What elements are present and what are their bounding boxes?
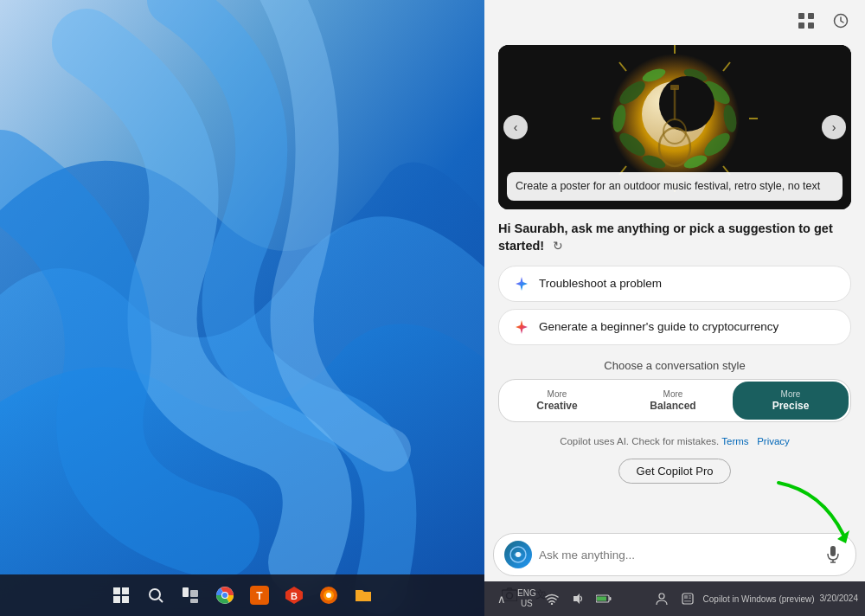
svg-rect-68	[689, 595, 691, 597]
battery-icon[interactable]	[593, 588, 614, 609]
tradingview-button[interactable]: T	[244, 580, 275, 611]
svg-rect-49	[670, 85, 679, 90]
svg-point-12	[222, 593, 227, 598]
apps-icon[interactable]	[792, 7, 820, 35]
copilot-windows-label: Copilot in Windows (preview)	[703, 594, 815, 604]
history-icon[interactable]	[827, 7, 855, 35]
svg-rect-1	[113, 587, 120, 594]
task-view-button[interactable]	[175, 580, 206, 611]
style-precise-button[interactable]: More Precise	[733, 382, 849, 420]
svg-rect-20	[798, 13, 804, 19]
svg-rect-69	[689, 598, 691, 600]
svg-rect-8	[190, 590, 198, 597]
carousel-prev-button[interactable]: ‹	[503, 115, 528, 139]
svg-rect-63	[609, 597, 611, 600]
get-copilot-pro-button[interactable]: Get Copilot Pro	[618, 459, 732, 484]
svg-line-27	[723, 62, 730, 71]
windows-desktop: T B	[0, 0, 484, 616]
svg-point-65	[659, 594, 664, 599]
spark-icon	[513, 275, 530, 292]
svg-rect-9	[190, 599, 198, 603]
people-icon[interactable]	[651, 588, 672, 609]
svg-text:T: T	[256, 590, 263, 602]
refresh-button[interactable]: ↻	[553, 238, 563, 255]
suggestion-crypto-button[interactable]: Generate a beginner's guide to cryptocur…	[498, 309, 851, 345]
svg-point-5	[150, 589, 160, 600]
style-creative-button[interactable]: More Creative	[499, 380, 615, 422]
svg-line-33	[619, 62, 626, 71]
sound-icon[interactable]	[567, 588, 588, 609]
datetime-display: 3/20/2024	[820, 593, 859, 605]
svg-marker-61	[573, 594, 580, 604]
chat-input[interactable]	[539, 549, 814, 561]
terms-link[interactable]: Terms	[721, 436, 748, 446]
svg-rect-21	[808, 13, 814, 19]
conversation-style-label: Choose a conversation style	[498, 359, 851, 372]
svg-point-52	[516, 552, 521, 557]
disclaimer-text: Copilot uses AI. Check for mistakes. Ter…	[498, 436, 851, 446]
svg-rect-3	[113, 596, 120, 603]
tray-right: Copilot in Windows (preview) 3/20/2024	[651, 588, 858, 609]
suggestion-troubleshoot-button[interactable]: Troubleshoot a problem	[498, 266, 851, 302]
brave-button[interactable]: B	[279, 580, 310, 611]
svg-text:B: B	[291, 591, 298, 601]
image-carousel: Create a poster for an outdoor music fes…	[498, 45, 851, 209]
copilot-avatar	[504, 541, 532, 568]
svg-rect-2	[122, 587, 129, 594]
carousel-next-button[interactable]: ›	[822, 115, 846, 139]
svg-rect-23	[808, 22, 814, 29]
chrome-button[interactable]	[209, 580, 240, 611]
copilot-header	[484, 0, 865, 42]
svg-rect-4	[122, 596, 129, 603]
system-tray: ∧ ENG US	[484, 581, 865, 616]
conversation-style-section: Choose a conversation style More Creativ…	[498, 359, 851, 423]
tray-chevron-button[interactable]: ∧	[491, 588, 512, 609]
svg-rect-53	[830, 546, 836, 556]
svg-rect-64	[597, 597, 606, 601]
taskbar: T B	[0, 574, 484, 616]
search-button[interactable]	[140, 580, 171, 611]
spark2-icon	[513, 318, 530, 336]
style-balanced-button[interactable]: More Balanced	[615, 380, 731, 422]
tray-left: ∧ ENG US	[491, 588, 614, 609]
privacy-link[interactable]: Privacy	[757, 436, 790, 446]
task-icon[interactable]	[677, 588, 698, 609]
copilot-panel: Create a poster for an outdoor music fes…	[484, 0, 865, 616]
svg-rect-66	[682, 594, 693, 604]
firefox-button[interactable]	[313, 580, 344, 611]
language-display: ENG US	[517, 588, 536, 609]
style-buttons-group: More Creative More Balanced More Precise	[498, 379, 851, 423]
svg-line-6	[159, 599, 163, 602]
svg-rect-7	[183, 587, 189, 597]
carousel-caption: Create a poster for an outdoor music fes…	[507, 172, 843, 202]
green-arrow-annotation	[770, 474, 856, 547]
start-button[interactable]	[106, 580, 137, 611]
greeting-text: Hi Saurabh, ask me anything or pick a su…	[484, 220, 865, 266]
files-button[interactable]	[348, 580, 379, 611]
svg-point-60	[550, 603, 552, 605]
svg-rect-70	[684, 600, 691, 602]
svg-rect-67	[684, 595, 688, 599]
svg-rect-22	[798, 22, 804, 29]
wifi-icon[interactable]	[541, 588, 562, 609]
svg-point-19	[326, 593, 331, 598]
